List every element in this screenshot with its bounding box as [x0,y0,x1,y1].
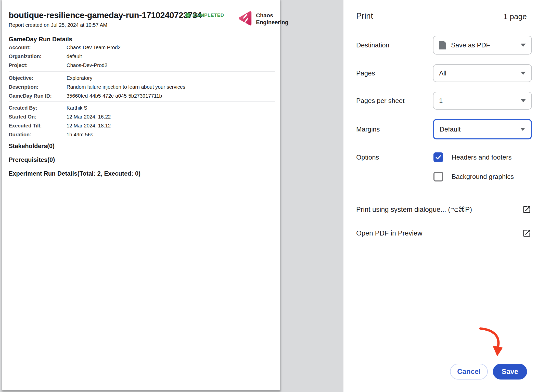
preview-page: boutique-resilience-gameday-run-17102407… [2,0,280,390]
margins-dropdown[interactable]: Default [433,119,532,139]
caret-down-icon [521,44,526,47]
detail-row-duration: Duration: 1h 49m 56s [9,132,93,138]
caret-down-icon [520,128,525,131]
headers-and-footers-checkbox[interactable] [433,152,443,162]
pages-per-sheet-label: Pages per sheet [356,92,404,110]
cancel-button[interactable]: Cancel [450,364,488,380]
status-badge-label: COMPLETED [193,12,224,18]
detail-row-project: Project: Chaos-Dev-Prod2 [9,62,107,69]
detail-row-gameday-run-id: GameDay Run ID: 35660fed-44b5-472c-a045-… [9,93,162,100]
print-dialog-screen: boutique-resilience-gameday-run-17102407… [0,0,538,392]
stakeholders-heading: Stakeholders(0) [9,142,55,150]
check-icon [435,154,442,161]
caret-down-icon [521,72,526,75]
headers-and-footers-label: Headers and footers [452,152,512,162]
pages-dropdown[interactable]: All [433,64,532,82]
detail-row-started-on: Started On: 12 Mar 2024, 16:22 [9,114,111,121]
detail-row-account: Account: Chaos Dev Team Prod2 [9,45,121,51]
destination-dropdown[interactable]: Save as PDF [433,36,532,55]
brand-lockup: Chaos Engineering [238,11,288,27]
external-link-icon[interactable] [522,205,531,214]
detail-row-organization: Organization: default [9,54,82,60]
destination-label: Destination [356,36,389,55]
margins-label: Margins [356,119,380,139]
pages-per-sheet-dropdown[interactable]: 1 [433,92,532,110]
divider [9,71,275,72]
print-preview-area: boutique-resilience-gameday-run-17102407… [0,0,343,392]
print-settings-panel: Print 1 page Destination Save as PDF Pag… [343,0,538,392]
pages-label: Pages [356,64,375,82]
print-system-dialog-link[interactable]: Print using system dialogue... (⌥⌘P) [356,204,472,215]
save-button[interactable]: Save [493,364,527,380]
gameday-details-heading: GameDay Run Details [9,36,72,43]
brand-name: Chaos Engineering [256,12,288,26]
chaos-engineering-logo [238,11,253,27]
divider [9,101,275,102]
check-circle-icon [185,13,190,18]
experiment-run-details-heading: Experiment Run Details(Total: 2, Execute… [9,170,140,177]
detail-row-created-by: Created By: Karthik S [9,105,87,112]
pdf-document-icon [439,41,446,49]
options-label: Options [356,152,379,162]
margins-value: Default [440,125,460,133]
destination-value: Save as PDF [451,41,490,49]
external-link-icon[interactable] [522,229,531,238]
status-badge: COMPLETED [185,12,224,18]
detail-row-objective: Objective: Exploratory [9,75,92,82]
page-count: 1 page [503,12,527,21]
pages-per-sheet-value: 1 [439,97,443,105]
print-dialog-title: Print [356,11,373,21]
background-graphics-checkbox[interactable] [433,172,443,181]
prerequisites-heading: Prerequisites(0) [9,156,55,163]
report-created-line: Report created on Jul 25, 2024 at 10:57 … [9,22,107,28]
detail-row-executed-till: Executed Till: 12 Mar 2024, 18:12 [9,123,111,129]
open-pdf-in-preview-link[interactable]: Open PDF in Preview [356,228,422,239]
pages-value: All [439,69,446,77]
detail-row-description: Description: Random failure injection to… [9,84,185,91]
caret-down-icon [521,99,526,102]
report-title: boutique-resilience-gameday-run-17102407… [9,10,202,20]
background-graphics-label: Background graphics [452,172,514,181]
